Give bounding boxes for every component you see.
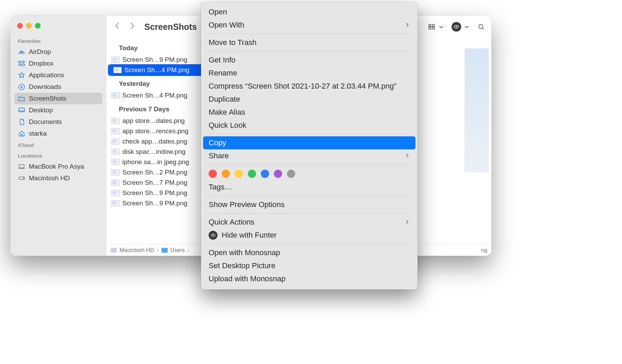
- path-segment[interactable]: Users: [170, 247, 185, 253]
- eye-icon: [452, 22, 461, 32]
- menu-item-make-alias[interactable]: Make Alias: [203, 106, 415, 119]
- file-thumbnail-icon: [111, 169, 120, 175]
- menu-item-set-desktop-picture[interactable]: Set Desktop Picture: [203, 259, 415, 272]
- close-window-button[interactable]: [17, 23, 23, 29]
- sidebar-item-macintosh-hd[interactable]: Macintosh HD: [14, 172, 102, 184]
- menu-item-hide-with-funter[interactable]: Hide with Funter: [203, 229, 415, 242]
- menu-item-open-with-monosnap[interactable]: Open with Monosnap: [203, 246, 415, 259]
- menu-item-move-to-trash[interactable]: Move to Trash: [203, 36, 415, 49]
- laptop-icon: [18, 163, 25, 170]
- desktop-icon: [18, 106, 25, 114]
- file-row[interactable]: Screen Sh…9 PM.png: [107, 198, 213, 208]
- path-separator: ›: [188, 247, 189, 253]
- home-icon: [18, 130, 25, 137]
- file-row[interactable]: Screen Sh…4 PM.png: [109, 65, 211, 75]
- applications-icon: [18, 71, 25, 79]
- sidebar-item-label: Downloads: [29, 83, 61, 91]
- tag-purple[interactable]: [274, 170, 282, 178]
- menu-item-open-with[interactable]: Open With: [203, 19, 415, 32]
- file-row[interactable]: app store…dates.png: [107, 116, 213, 126]
- menu-item-get-info[interactable]: Get Info: [203, 54, 415, 67]
- menu-item-quick-look[interactable]: Quick Look: [203, 119, 415, 132]
- sidebar-item-macbook[interactable]: MacBook Pro Asya: [14, 161, 102, 172]
- zoom-window-button[interactable]: [35, 23, 41, 29]
- file-name: iphone sa…in jpeg.png: [122, 158, 189, 166]
- minimize-window-button[interactable]: [26, 23, 32, 29]
- svg-rect-2: [19, 108, 25, 112]
- menu-separator: [207, 164, 412, 165]
- sidebar-item-label: starka: [29, 130, 47, 137]
- menu-item-open[interactable]: Open: [203, 5, 415, 19]
- menu-item-quick-actions[interactable]: Quick Actions: [203, 216, 415, 229]
- menu-item-copy[interactable]: Copy: [203, 136, 415, 149]
- menu-item-show-preview-options[interactable]: Show Preview Options: [203, 198, 415, 211]
- menu-item-upload-with-monosnap[interactable]: Upload with Monosnap: [203, 272, 415, 285]
- file-name: check app…dates.png: [122, 138, 187, 145]
- file-name: Screen Sh…9 PM.png: [122, 56, 187, 64]
- file-thumbnail-icon: [111, 180, 120, 186]
- file-row[interactable]: app store…rences.png: [107, 126, 213, 136]
- tag-blue[interactable]: [261, 170, 269, 178]
- file-row[interactable]: Screen Sh…2 PM.png: [107, 167, 213, 178]
- path-segment[interactable]: Macintosh HD: [120, 247, 154, 253]
- sidebar-item-label: Desktop: [29, 106, 53, 114]
- file-thumbnail-icon: [111, 200, 120, 206]
- file-row[interactable]: Screen Sh…9 PM.png: [107, 188, 213, 198]
- back-button[interactable]: [113, 21, 122, 32]
- menu-separator: [207, 244, 412, 244]
- menu-item-tags[interactable]: Tags…: [203, 181, 415, 194]
- sidebar-item-screenshots[interactable]: ScreenShots: [14, 93, 102, 104]
- chevron-down-icon: [463, 23, 471, 31]
- menu-item-share[interactable]: Share: [203, 149, 415, 162]
- file-row[interactable]: check app…dates.png: [107, 136, 213, 147]
- menu-separator: [207, 196, 412, 196]
- sidebar-item-dropbox[interactable]: Dropbox: [14, 58, 102, 69]
- search-button[interactable]: [477, 23, 485, 31]
- sidebar-item-home[interactable]: starka: [14, 128, 102, 139]
- file-thumbnail-icon: [111, 159, 120, 165]
- file-row[interactable]: Screen Sh…9 PM.png: [107, 55, 213, 65]
- sidebar-item-airdrop[interactable]: AirDrop: [14, 46, 102, 58]
- sidebar-item-documents[interactable]: Documents: [14, 116, 102, 128]
- menu-item-rename[interactable]: Rename: [203, 67, 415, 80]
- tag-orange[interactable]: [222, 170, 230, 178]
- sidebar-item-downloads[interactable]: Downloads: [14, 81, 102, 93]
- file-list[interactable]: Today Screen Sh…9 PM.png Screen Sh…4 PM.…: [107, 38, 213, 244]
- file-row[interactable]: disk spac…indow.png: [107, 147, 213, 157]
- file-thumbnail-icon: [111, 138, 120, 145]
- chevron-right-icon: [404, 151, 410, 160]
- group-header: Previous 7 Days: [107, 101, 213, 116]
- chevron-right-icon: [404, 218, 410, 227]
- svg-point-10: [456, 26, 457, 27]
- forward-button[interactable]: [128, 21, 137, 32]
- funter-toolbar-button[interactable]: [452, 22, 471, 32]
- file-name: Screen Sh…9 PM.png: [122, 189, 187, 197]
- path-trailing-text: ng: [481, 247, 487, 253]
- file-name: app store…rences.png: [122, 127, 188, 135]
- file-row[interactable]: Screen Sh…4 PM.png: [107, 90, 213, 101]
- tag-red[interactable]: [209, 170, 217, 178]
- svg-rect-7: [432, 24, 434, 26]
- file-thumbnail-icon: [111, 128, 120, 134]
- tag-yellow[interactable]: [235, 170, 243, 178]
- search-icon: [477, 23, 485, 31]
- group-by-button[interactable]: [427, 23, 445, 31]
- sidebar-section-locations: Locations: [14, 150, 102, 161]
- file-preview-image: [465, 48, 489, 172]
- menu-item-compress[interactable]: Compress “Screen Shot 2021-10-27 at 2.03…: [203, 80, 415, 93]
- file-row[interactable]: Screen Sh…7 PM.png: [107, 178, 213, 188]
- file-thumbnail-icon: [111, 149, 120, 155]
- sidebar-section-icloud: iCloud: [14, 139, 102, 150]
- menu-item-duplicate[interactable]: Duplicate: [203, 93, 415, 106]
- context-menu: Open Open With Move to Trash Get Info Re…: [201, 2, 418, 289]
- tag-green[interactable]: [248, 170, 256, 178]
- file-name: disk spac…indow.png: [122, 148, 186, 156]
- tag-gray[interactable]: [287, 170, 295, 178]
- svg-rect-3: [19, 165, 24, 168]
- sidebar-item-desktop[interactable]: Desktop: [14, 104, 102, 116]
- file-thumbnail-icon: [111, 190, 120, 196]
- documents-icon: [18, 118, 25, 126]
- file-row[interactable]: iphone sa…in jpeg.png: [107, 157, 213, 167]
- sidebar-item-applications[interactable]: Applications: [14, 69, 102, 81]
- sidebar-section-favorites: Favorites: [14, 35, 102, 46]
